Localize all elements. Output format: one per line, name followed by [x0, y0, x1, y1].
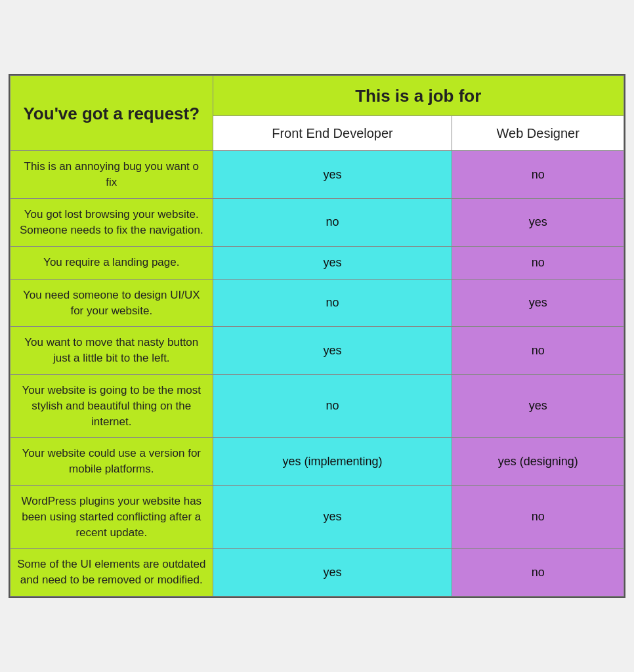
- designer-cell: yes: [452, 199, 624, 247]
- table-row: WordPress plugins your website has been …: [11, 485, 624, 548]
- designer-cell: yes: [452, 279, 624, 327]
- frontend-cell: no: [213, 279, 452, 327]
- frontend-cell: yes (implementing): [213, 438, 452, 486]
- table-row: You require a landing page.yesno: [11, 246, 624, 279]
- comparison-table: You've got a request? This is a job for …: [9, 74, 625, 598]
- table-row: You want to move that nasty button just …: [11, 327, 624, 375]
- request-cell: Your website could use a version for mob…: [11, 438, 213, 486]
- designer-cell: yes (designing): [452, 438, 624, 486]
- frontend-cell: yes: [213, 485, 452, 548]
- job-for-header: This is a job for: [213, 76, 623, 116]
- table-row: Some of the UI elements are outdated and…: [11, 549, 624, 597]
- designer-header: Web Designer: [452, 116, 624, 151]
- request-cell: Your website is going to be the most sty…: [11, 374, 213, 437]
- designer-cell: no: [452, 485, 624, 548]
- frontend-cell: no: [213, 199, 452, 247]
- frontend-cell: yes: [213, 549, 452, 597]
- designer-cell: no: [452, 151, 624, 199]
- request-cell: This is an annoying bug you want o fix: [11, 151, 213, 199]
- table-row: This is an annoying bug you want o fixye…: [11, 151, 624, 199]
- designer-cell: no: [452, 246, 624, 279]
- request-cell: You want to move that nasty button just …: [11, 327, 213, 375]
- request-cell: You need someone to design UI/UX for you…: [11, 279, 213, 327]
- table-row: Your website could use a version for mob…: [11, 438, 624, 486]
- designer-cell: no: [452, 549, 624, 597]
- table-row: You got lost browsing your website. Some…: [11, 199, 624, 247]
- request-cell: You require a landing page.: [11, 246, 213, 279]
- request-cell: WordPress plugins your website has been …: [11, 485, 213, 548]
- frontend-header: Front End Developer: [213, 116, 452, 151]
- request-cell: Some of the UI elements are outdated and…: [11, 549, 213, 597]
- frontend-cell: yes: [213, 151, 452, 199]
- request-header: You've got a request?: [11, 76, 213, 151]
- designer-cell: no: [452, 327, 624, 375]
- table-row: Your website is going to be the most sty…: [11, 374, 624, 437]
- designer-cell: yes: [452, 374, 624, 437]
- frontend-cell: yes: [213, 327, 452, 375]
- request-cell: You got lost browsing your website. Some…: [11, 199, 213, 247]
- main-header-row: You've got a request? This is a job for: [11, 76, 624, 116]
- frontend-cell: no: [213, 374, 452, 437]
- table-row: You need someone to design UI/UX for you…: [11, 279, 624, 327]
- frontend-cell: yes: [213, 246, 452, 279]
